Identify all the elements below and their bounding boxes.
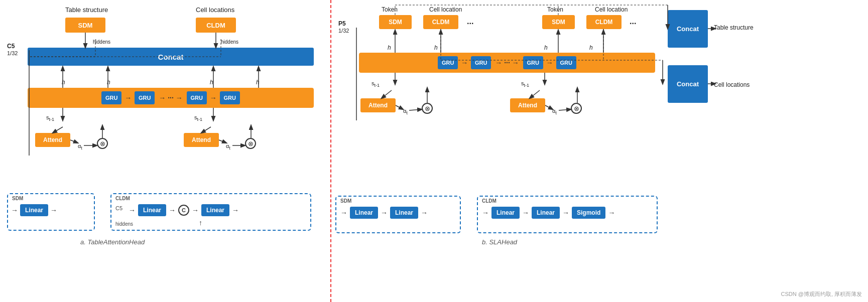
left-arrows-svg: [0, 0, 331, 302]
left-scale-label: 1/32: [7, 50, 18, 56]
left-gru-2: GRU: [135, 91, 155, 104]
right-gru-1: GRU: [438, 56, 458, 69]
left-sdm-linear: Linear: [20, 204, 48, 216]
right-s1: st-1: [371, 80, 380, 88]
left-hiddens2: hiddens: [221, 39, 238, 45]
left-attend-1: Attend: [35, 133, 70, 147]
left-table-structure-label: Table structure: [65, 6, 108, 14]
right-gru-4: GRU: [556, 56, 576, 69]
right-dots1: ···: [467, 19, 473, 28]
left-h4: h: [256, 79, 260, 86]
left-gru-4: GRU: [220, 91, 240, 104]
right-sdm-linear2: Linear: [390, 207, 418, 219]
right-cell-loc1: Cell location: [429, 6, 462, 13]
right-gru-3: GRU: [523, 56, 543, 69]
right-token1: Token: [382, 6, 398, 13]
right-cldm2: CLDM: [586, 15, 622, 29]
left-cldm-linear2: Linear: [201, 204, 229, 216]
right-table-structure-label: Table structure: [714, 24, 754, 31]
svg-line-12: [53, 127, 63, 133]
left-s1: st-1: [46, 114, 54, 122]
left-c5-label: C5: [7, 43, 15, 50]
left-sdm-dashed: SDM → Linear →: [7, 193, 95, 231]
right-alpha1: αt: [403, 108, 408, 115]
left-cell-locations-label: Cell locations: [196, 6, 234, 14]
right-sdm2: SDM: [542, 15, 575, 29]
right-cldm-dashed: CLDM → Linear → Linear → Sigmoid →: [477, 196, 658, 233]
left-h2: h: [107, 79, 110, 86]
watermark: CSDN @博观而约取, 厚积而薄发: [781, 290, 862, 298]
left-alpha1: αt: [78, 143, 82, 150]
left-cldm-dashed: CLDM C5 hiddens → Linear → C → Linear → …: [110, 193, 311, 231]
right-cell-locations-label: Cell locations: [714, 81, 750, 88]
right-sdm1: SDM: [379, 15, 412, 29]
left-panel: Table structure Cell locations SDM CLDM …: [0, 0, 331, 302]
right-cldm-sigmoid: Sigmoid: [572, 207, 605, 219]
right-gru-row: GRU → GRU → ··· → GRU → GRU: [359, 53, 655, 73]
right-times-1: ⊗: [422, 103, 433, 114]
right-concat1: Concat: [668, 10, 708, 48]
right-scale-label: 1/32: [338, 28, 349, 34]
right-cldm-linear1: Linear: [491, 207, 520, 219]
left-sdm-box: SDM: [65, 18, 105, 33]
left-attend-2: Attend: [184, 133, 219, 147]
right-cldm-linear2: Linear: [532, 207, 560, 219]
svg-line-29: [396, 105, 403, 109]
right-token2: Token: [547, 6, 563, 13]
left-hiddens1: hiddens: [93, 39, 110, 45]
right-alpha2: αt: [552, 108, 557, 115]
svg-line-15: [219, 140, 226, 143]
left-times-1: ⊗: [97, 138, 108, 149]
svg-line-31: [409, 109, 422, 110]
svg-line-27: [382, 90, 392, 98]
right-h4: h: [589, 44, 593, 51]
right-sdm-dashed: SDM → Linear → Linear →: [335, 196, 461, 233]
left-concat-bar: Concat: [28, 48, 314, 66]
main-container: Table structure Cell locations SDM CLDM …: [0, 0, 868, 302]
left-times-2: ⊗: [245, 138, 256, 149]
right-attend-1: Attend: [360, 98, 396, 112]
svg-line-13: [201, 127, 211, 133]
right-cldm1: CLDM: [423, 15, 458, 29]
svg-line-28: [530, 90, 540, 98]
right-concat2: Concat: [668, 65, 708, 103]
right-dots2: ···: [630, 19, 636, 28]
left-alpha2: αt: [226, 143, 230, 150]
left-h3: h: [210, 79, 213, 86]
left-cldm-circle: C: [178, 205, 189, 216]
right-s2: st-1: [521, 80, 529, 88]
right-section-label: b. SLAHead: [482, 238, 517, 246]
svg-line-14: [70, 140, 78, 143]
right-sdm-linear1: Linear: [350, 207, 378, 219]
left-s2: st-1: [194, 114, 202, 122]
right-cell-loc2: Cell location: [595, 6, 628, 13]
left-gru-3: GRU: [187, 91, 207, 104]
left-gru-1: GRU: [101, 91, 121, 104]
svg-line-32: [559, 109, 571, 110]
right-h2: h: [434, 44, 438, 51]
left-section-label: a. TableAttentionHead: [80, 238, 145, 246]
left-gru-row: GRU → GRU → ··· → GRU → GRU: [28, 88, 314, 108]
svg-line-30: [545, 105, 553, 109]
right-h1: h: [388, 44, 391, 51]
right-gru-2: GRU: [471, 56, 491, 69]
left-cldm-linear1: Linear: [138, 204, 166, 216]
right-panel: Token Cell location Token Cell location …: [331, 0, 868, 302]
right-p5-label: P5: [338, 20, 346, 27]
right-h3: h: [544, 44, 548, 51]
right-attend-2: Attend: [510, 98, 545, 112]
left-h1: h: [62, 79, 65, 86]
right-times-2: ⊗: [571, 103, 582, 114]
left-cldm-box: CLDM: [196, 18, 236, 33]
